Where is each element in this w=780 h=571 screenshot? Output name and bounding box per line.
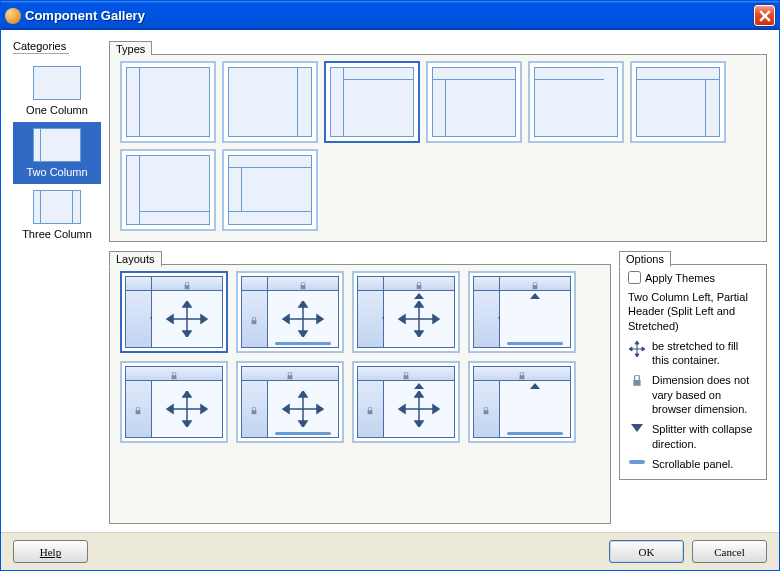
svg-marker-60 bbox=[629, 347, 632, 351]
legend-splitter: Splitter with collapse direction. bbox=[628, 422, 758, 451]
svg-marker-63 bbox=[631, 424, 643, 432]
layout-tile[interactable] bbox=[236, 361, 344, 443]
close-button[interactable] bbox=[754, 5, 775, 26]
svg-marker-22 bbox=[415, 331, 423, 337]
category-three-column[interactable]: Three Column bbox=[13, 184, 101, 246]
svg-marker-35 bbox=[201, 405, 207, 413]
category-thumb bbox=[33, 190, 81, 224]
stretch-icon bbox=[281, 391, 325, 427]
stretch-icon bbox=[628, 339, 646, 357]
layouts-grid bbox=[120, 271, 600, 443]
svg-marker-7 bbox=[201, 315, 207, 323]
lock-icon bbox=[134, 405, 142, 413]
layout-tile[interactable] bbox=[468, 361, 576, 443]
layout-tile[interactable] bbox=[120, 271, 228, 353]
legend-text: Scrollable panel. bbox=[652, 457, 758, 471]
category-two-column[interactable]: Two Column bbox=[13, 122, 101, 184]
legend-text: Splitter with collapse direction. bbox=[652, 422, 758, 451]
svg-marker-58 bbox=[635, 341, 639, 344]
svg-rect-28 bbox=[172, 375, 177, 379]
type-tile[interactable] bbox=[426, 61, 522, 143]
ok-button[interactable]: OK bbox=[609, 540, 684, 563]
apply-themes-checkbox[interactable] bbox=[628, 271, 641, 284]
lower-row: Layouts bbox=[109, 250, 767, 524]
scrollbar-icon bbox=[507, 432, 563, 435]
layout-tile[interactable] bbox=[468, 271, 576, 353]
layout-description: Two Column Left, Partial Header (Split L… bbox=[628, 290, 758, 333]
type-tile[interactable] bbox=[324, 61, 420, 143]
svg-rect-54 bbox=[484, 410, 489, 414]
svg-rect-29 bbox=[136, 410, 141, 414]
layout-tile[interactable] bbox=[352, 271, 460, 353]
scrollbar-icon bbox=[275, 342, 331, 345]
lock-icon bbox=[628, 373, 646, 387]
svg-marker-50 bbox=[415, 421, 423, 427]
layout-tile[interactable] bbox=[120, 361, 228, 443]
right-column: Types bbox=[109, 40, 767, 524]
svg-marker-21 bbox=[415, 301, 423, 307]
scrollbar-icon bbox=[275, 432, 331, 435]
dialog-content: Categories One Column Two Column Three C… bbox=[1, 30, 779, 532]
svg-marker-41 bbox=[299, 421, 307, 427]
dialog-footer: Help OK Cancel bbox=[1, 532, 779, 570]
svg-rect-9 bbox=[252, 320, 257, 324]
layouts-panel bbox=[109, 265, 611, 524]
help-button[interactable]: Help bbox=[13, 540, 88, 563]
scrollbar-icon bbox=[507, 342, 563, 345]
svg-marker-49 bbox=[415, 391, 423, 397]
svg-marker-46 bbox=[414, 383, 424, 389]
lock-icon bbox=[518, 370, 526, 378]
category-one-column[interactable]: One Column bbox=[13, 60, 101, 122]
svg-marker-15 bbox=[317, 315, 323, 323]
stretch-icon bbox=[397, 301, 441, 337]
svg-marker-14 bbox=[283, 315, 289, 323]
svg-marker-12 bbox=[299, 301, 307, 307]
lock-icon bbox=[482, 405, 490, 413]
svg-marker-59 bbox=[635, 354, 639, 357]
legend-lock: Dimension does not vary based on browser… bbox=[628, 373, 758, 416]
layout-tile[interactable] bbox=[236, 271, 344, 353]
svg-rect-53 bbox=[520, 375, 525, 379]
svg-rect-8 bbox=[301, 285, 306, 289]
lock-icon bbox=[415, 280, 423, 288]
titlebar: Component Gallery bbox=[1, 1, 779, 30]
category-thumb bbox=[33, 128, 81, 162]
legend-text: be stretched to fill this container. bbox=[652, 339, 758, 368]
svg-rect-16 bbox=[417, 285, 422, 289]
layout-tile[interactable] bbox=[352, 361, 460, 443]
svg-marker-23 bbox=[399, 315, 405, 323]
lock-icon bbox=[170, 370, 178, 378]
options-label: Options bbox=[619, 251, 671, 267]
type-tile[interactable] bbox=[630, 61, 726, 143]
legend-stretch: be stretched to fill this container. bbox=[628, 339, 758, 368]
svg-marker-34 bbox=[167, 405, 173, 413]
lock-icon bbox=[250, 405, 258, 413]
category-thumb bbox=[33, 66, 81, 100]
close-icon bbox=[759, 10, 771, 22]
stretch-icon bbox=[165, 301, 209, 337]
svg-rect-64 bbox=[629, 460, 645, 464]
lock-icon bbox=[531, 280, 539, 288]
stretch-icon bbox=[281, 301, 325, 337]
type-tile[interactable] bbox=[528, 61, 624, 143]
svg-marker-43 bbox=[317, 405, 323, 413]
svg-rect-0 bbox=[185, 285, 190, 289]
lock-icon bbox=[183, 280, 191, 288]
svg-rect-37 bbox=[252, 410, 257, 414]
layouts-label: Layouts bbox=[109, 251, 162, 267]
svg-rect-45 bbox=[368, 410, 373, 414]
svg-marker-51 bbox=[399, 405, 405, 413]
legend-text: Dimension does not vary based on browser… bbox=[652, 373, 758, 416]
type-tile[interactable] bbox=[120, 61, 216, 143]
options-panel: Apply Themes Two Column Left, Partial He… bbox=[619, 265, 767, 480]
svg-marker-33 bbox=[183, 421, 191, 427]
lock-icon bbox=[299, 280, 307, 288]
type-tile[interactable] bbox=[222, 149, 318, 231]
splitter-icon bbox=[628, 422, 646, 434]
cancel-button[interactable]: Cancel bbox=[692, 540, 767, 563]
svg-marker-55 bbox=[530, 383, 540, 389]
svg-rect-36 bbox=[288, 375, 293, 379]
type-tile[interactable] bbox=[222, 61, 318, 143]
type-tile[interactable] bbox=[120, 149, 216, 231]
lock-icon bbox=[402, 370, 410, 378]
